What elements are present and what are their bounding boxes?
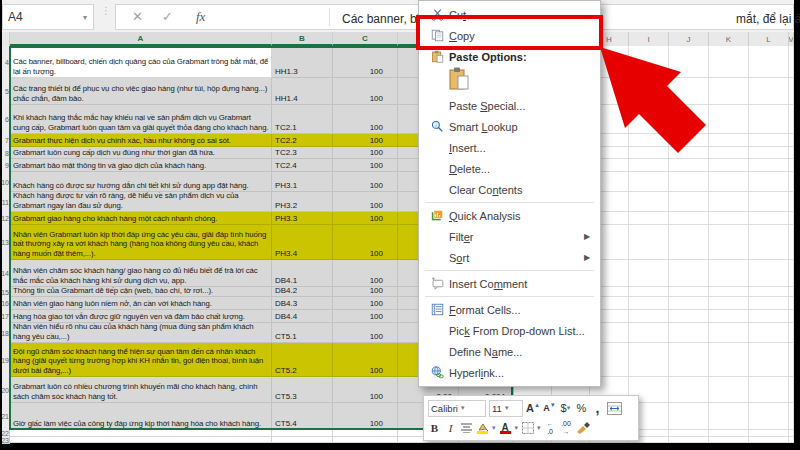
cell-J4[interactable] — [669, 46, 709, 78]
cell-J5[interactable] — [669, 78, 709, 105]
borders-caret-icon[interactable]: ▾ — [537, 424, 541, 432]
cell-K21[interactable] — [709, 403, 749, 430]
enter-icon[interactable]: ✓ — [162, 9, 173, 24]
cell-I9[interactable] — [629, 159, 669, 172]
cell-C9-value[interactable]: 100 — [333, 159, 398, 172]
cell-J20[interactable] — [669, 377, 709, 403]
borders-icon[interactable] — [521, 420, 534, 436]
cell-A10-statement[interactable]: Khách hàng có được sự hướng dẫn chi tiết… — [10, 172, 272, 192]
cell-K14[interactable] — [709, 260, 749, 287]
column-header-L[interactable]: L — [749, 32, 789, 46]
cell-C15-value[interactable]: 100 — [333, 287, 398, 297]
row-header-18[interactable]: 18 — [2, 323, 10, 344]
cell-I5[interactable] — [629, 78, 669, 105]
cell-J17[interactable] — [669, 310, 709, 323]
format-painter-icon[interactable] — [576, 420, 590, 436]
cell-K22[interactable] — [709, 430, 749, 437]
cell-A12-statement[interactable]: Grabmart giao hàng cho khách hàng một cá… — [10, 212, 272, 225]
decrease-decimal-button[interactable]: .00→ — [560, 420, 573, 436]
cell-M19[interactable] — [789, 343, 794, 377]
cell-A4-statement[interactable]: Các banner, billboard, chiến dịch quảng … — [10, 46, 272, 78]
cell-A14-statement[interactable]: Nhân viên chăm sóc khách hàng/ giao hàng… — [10, 260, 272, 287]
cell-A16-statement[interactable]: Nhân viên giao hàng luôn niềm nở, ân cần… — [10, 297, 272, 310]
cell-K12[interactable] — [709, 212, 749, 225]
shrink-font-button[interactable]: A▼ — [543, 400, 556, 416]
cell-L4[interactable] — [749, 46, 789, 78]
cell-B9-code[interactable]: TC2.4 — [272, 159, 333, 172]
cell-L13[interactable] — [749, 225, 789, 260]
cell-K17[interactable] — [709, 310, 749, 323]
cell-K5[interactable] — [709, 78, 749, 105]
cell-J10[interactable] — [669, 172, 709, 192]
row-header-19[interactable]: 19 — [2, 343, 10, 378]
grow-font-button[interactable]: A▲ — [526, 400, 540, 416]
cell-A7-statement[interactable]: Grabmart thực hiện dịch vụ chính xác, hầ… — [10, 134, 272, 147]
row-header-20[interactable]: 20 — [2, 377, 10, 404]
cell-L19[interactable] — [749, 343, 789, 377]
cell-I10[interactable] — [629, 172, 669, 192]
cell-C11-value[interactable]: 100 — [333, 192, 398, 212]
menu-item-hyperlink[interactable]: Hyperlink... — [419, 362, 600, 383]
column-header-I[interactable]: I — [629, 32, 669, 46]
cell-L15[interactable] — [749, 287, 789, 297]
cell-C17-value[interactable]: 100 — [333, 310, 398, 323]
cell-I6[interactable] — [629, 105, 669, 134]
cell-L14[interactable] — [749, 260, 789, 287]
cell-M11[interactable] — [789, 192, 794, 212]
cell-A21-statement[interactable]: Giờ giấc làm việc của công ty đáp ứng kị… — [10, 403, 272, 430]
center-align-icon[interactable] — [460, 420, 473, 436]
cell-J8[interactable] — [669, 147, 709, 159]
menu-item-insert[interactable]: Insert... — [419, 137, 600, 158]
cell-A15-statement[interactable]: Thông tin của Grabmart dễ tiếp cận (web,… — [10, 287, 272, 297]
row-header-14[interactable]: 14 — [2, 260, 10, 288]
menu-item-delete[interactable]: Delete... — [419, 158, 600, 179]
cell-A22-statement[interactable] — [10, 430, 272, 437]
cell-C23-value[interactable] — [333, 437, 398, 443]
cell-C5-value[interactable]: 100 — [333, 78, 398, 105]
column-header-A[interactable]: A — [10, 32, 272, 46]
cell-C21-value[interactable]: 100 — [333, 403, 398, 430]
menu-item-copy[interactable]: Copy — [419, 25, 600, 46]
cell-A13-statement[interactable]: Nhân viên Grabmart luôn kịp thời đáp ứng… — [10, 225, 272, 260]
menu-item-paste-options[interactable]: Paste Options: — [419, 46, 600, 67]
cell-C10-value[interactable]: 100 — [333, 172, 398, 192]
cell-C6-value[interactable]: 100 — [333, 105, 398, 134]
cell-M16[interactable] — [789, 297, 794, 310]
column-header-B[interactable]: B — [272, 32, 333, 46]
column-header-M[interactable]: M — [789, 32, 794, 46]
cell-B8-code[interactable]: TC2.3 — [272, 147, 333, 159]
cell-I12[interactable] — [629, 212, 669, 225]
cell-M17[interactable] — [789, 310, 794, 323]
cell-J18[interactable] — [669, 323, 709, 343]
menu-item-insert-comment[interactable]: Insert Comment — [419, 273, 600, 294]
cell-C19-value[interactable]: 100 — [333, 343, 398, 377]
column-header-J[interactable]: J — [669, 32, 709, 46]
comma-style-button[interactable]: , — [591, 400, 604, 416]
cell-J11[interactable] — [669, 192, 709, 212]
cell-I13[interactable] — [629, 225, 669, 260]
cell-M20[interactable] — [789, 377, 794, 403]
menu-item-sort[interactable]: Sort▶ — [419, 247, 600, 268]
cell-L11[interactable] — [749, 192, 789, 212]
cell-B11-code[interactable]: PH3.2 — [272, 192, 333, 212]
cell-L10[interactable] — [749, 172, 789, 192]
cell-K18[interactable] — [709, 323, 749, 343]
cell-K4[interactable] — [709, 46, 749, 78]
row-header-7[interactable]: 7 — [2, 134, 10, 148]
menu-item-smart-lookup[interactable]: iSmart Lookup — [419, 116, 600, 137]
cell-B23-code[interactable] — [272, 437, 333, 443]
cell-L6[interactable] — [749, 105, 789, 134]
cell-A5-statement[interactable]: Các trang thiết bị để phục vụ cho việc g… — [10, 78, 272, 105]
cell-M9[interactable] — [789, 159, 794, 172]
font-size-select[interactable]: 11 ▾ — [489, 400, 523, 417]
cell-A23-statement[interactable] — [10, 437, 272, 443]
menu-item-pick-from-drop-down-list[interactable]: Pick From Drop-down List... — [419, 320, 600, 341]
cell-K7[interactable] — [709, 134, 749, 147]
menu-item-format-cells[interactable]: Format Cells... — [419, 299, 600, 320]
bold-button[interactable]: B — [428, 420, 441, 436]
cell-L9[interactable] — [749, 159, 789, 172]
cell-J12[interactable] — [669, 212, 709, 225]
cell-L23[interactable] — [749, 437, 789, 443]
cell-I16[interactable] — [629, 297, 669, 310]
cell-L17[interactable] — [749, 310, 789, 323]
